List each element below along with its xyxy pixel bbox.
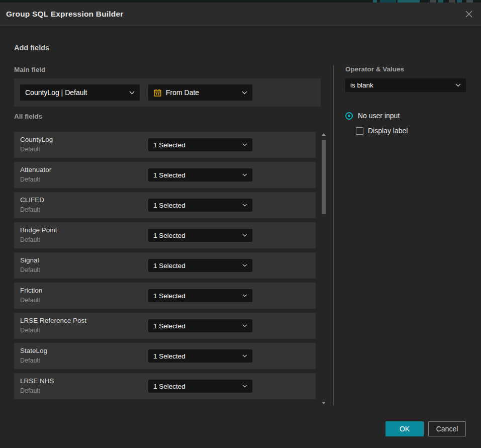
calendar-icon [153,88,162,97]
chevron-down-icon [242,91,247,95]
field-name: Signal [20,256,39,264]
field-sublabel: Default [20,146,40,153]
field-name: CountyLog [20,136,53,143]
field-selected-dropdown[interactable]: 1 Selected [148,319,252,332]
field-row: LRSE NHS Default 1 Selected [14,373,316,399]
chevron-down-icon [242,143,247,146]
chevron-down-icon [242,294,247,297]
field-name: CLIFED [20,196,44,204]
chevron-down-icon [129,91,135,95]
chevron-down-icon [242,324,247,327]
field-selected-value: 1 Selected [153,322,242,330]
field-list-scrollbar[interactable] [321,132,326,406]
field-selected-dropdown[interactable]: 1 Selected [148,349,252,363]
field-row: Attenuator Default 1 Selected [14,162,316,188]
main-field-dropdown-value: From Date [166,88,238,97]
group-sql-expression-builder-dialog: Group SQL Expression Builder Add fields … [0,3,481,448]
field-sublabel: Default [20,266,40,274]
chevron-down-icon [242,234,247,237]
field-selected-value: 1 Selected [153,202,242,209]
display-label-text: Display label [368,127,408,135]
operator-dropdown[interactable]: is blank [345,78,466,92]
dialog-header: Group SQL Expression Builder [0,3,481,26]
main-layer-dropdown[interactable]: CountyLog | Default [20,84,140,101]
field-row: LRSE Reference Post Default 1 Selected [14,313,316,339]
main-layer-dropdown-value: CountyLog | Default [25,88,129,97]
field-row: Signal Default 1 Selected [14,252,316,279]
chevron-down-icon [455,83,461,87]
all-fields-label: All fields [14,113,42,120]
field-row: CountyLog Default 1 Selected [14,132,316,158]
field-name: LRSE Reference Post [20,317,86,324]
field-row: Bridge Point Default 1 Selected [14,222,316,248]
panel-divider [333,65,334,406]
field-sublabel: Default [20,297,40,304]
main-field-label: Main field [14,66,45,73]
operator-dropdown-value: is blank [350,81,455,89]
scrollbar-thumb[interactable] [322,140,326,214]
dialog-title: Group SQL Expression Builder [6,10,124,19]
chevron-down-icon [242,204,247,207]
operator-values-label: Operator & Values [345,65,404,73]
scroll-down-arrow-icon[interactable] [322,402,326,404]
field-sublabel: Default [20,176,40,183]
chevron-down-icon [242,385,247,388]
ok-button[interactable]: OK [386,421,424,436]
field-name: Bridge Point [20,226,57,234]
add-fields-heading: Add fields [14,44,49,52]
chevron-down-icon [242,173,247,176]
close-icon[interactable] [464,9,474,19]
field-selected-value: 1 Selected [153,262,242,270]
field-name: Attenuator [20,166,51,173]
field-selected-dropdown[interactable]: 1 Selected [148,168,252,182]
all-fields-list: CountyLog Default 1 Selected Attenuator … [14,132,316,399]
field-row: CLIFED Default 1 Selected [14,192,316,218]
field-name: StateLog [20,347,47,354]
field-name: LRSE NHS [20,377,54,385]
field-name: Friction [20,287,42,294]
main-field-dropdown[interactable]: From Date [148,84,252,101]
checkbox-unchecked-icon [356,127,363,135]
field-sublabel: Default [20,357,40,364]
field-selected-value: 1 Selected [153,292,242,300]
field-row: StateLog Default 1 Selected [14,343,316,369]
field-sublabel: Default [20,387,40,394]
field-sublabel: Default [20,206,40,213]
field-sublabel: Default [20,327,40,334]
field-selected-dropdown[interactable]: 1 Selected [148,229,252,242]
field-selected-dropdown[interactable]: 1 Selected [148,259,252,272]
field-selected-dropdown[interactable]: 1 Selected [148,380,252,393]
chevron-down-icon [242,354,247,357]
field-selected-value: 1 Selected [153,171,242,179]
radio-selected-icon [345,112,353,120]
main-field-panel: CountyLog | Default From Date [14,78,321,107]
no-user-input-radio[interactable]: No user input [345,112,400,120]
field-selected-dropdown[interactable]: 1 Selected [148,199,252,212]
field-selected-dropdown[interactable]: 1 Selected [148,138,252,151]
field-row: Friction Default 1 Selected [14,283,316,309]
field-selected-value: 1 Selected [153,232,242,239]
field-selected-dropdown[interactable]: 1 Selected [148,289,252,302]
field-selected-value: 1 Selected [153,352,242,360]
field-sublabel: Default [20,236,40,243]
display-label-checkbox[interactable]: Display label [356,127,408,135]
chevron-down-icon [242,264,247,267]
field-selected-value: 1 Selected [153,383,242,390]
no-user-input-label: No user input [358,112,400,120]
cancel-button[interactable]: Cancel [428,421,466,436]
scroll-up-arrow-icon[interactable] [322,133,326,136]
field-selected-value: 1 Selected [153,141,242,149]
